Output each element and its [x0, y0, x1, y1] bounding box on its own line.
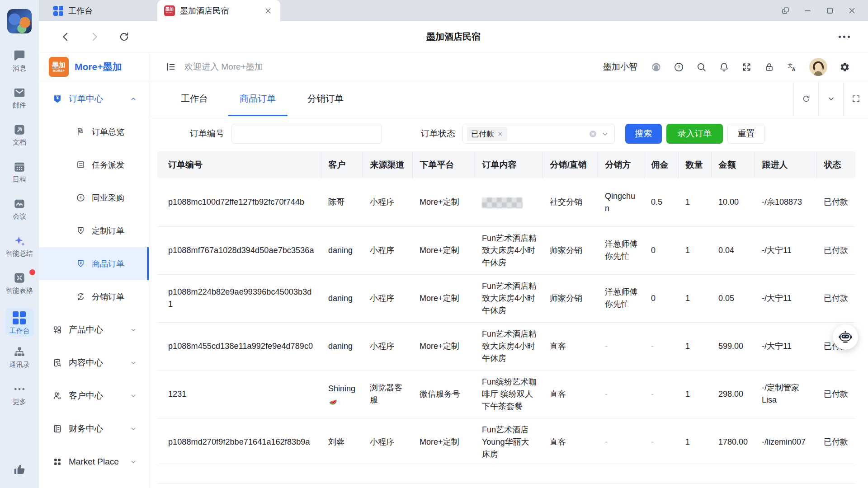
- assistant-avatar-icon[interactable]: [651, 62, 661, 72]
- order-no-input[interactable]: [231, 124, 382, 144]
- cell-distributor: -: [598, 370, 644, 418]
- cell-qty: 1: [678, 370, 711, 418]
- cell-customer: daning: [321, 226, 363, 274]
- cell-mode: 直客: [542, 322, 598, 370]
- sidebar-item-product-orders[interactable]: ¥ 商品订单: [39, 247, 149, 280]
- lock-icon[interactable]: [764, 62, 774, 72]
- rail-item-more[interactable]: 更多: [13, 382, 26, 405]
- cell-mode: 直客: [542, 370, 598, 418]
- avatar-image: [809, 58, 827, 76]
- cell-platform: More+定制: [412, 178, 475, 226]
- table-row-partial: [157, 466, 855, 483]
- rail-item-contacts[interactable]: 通讯录: [9, 345, 30, 368]
- sidebar-item-customer-center[interactable]: 客户中心: [39, 379, 149, 412]
- sidebar-item-custom-orders[interactable]: ¥ 定制订单: [39, 214, 149, 247]
- logo-subtext: MORE+: [53, 69, 65, 72]
- sidebar-item-content-center[interactable]: 内容中心: [39, 346, 149, 379]
- cell-amount: 1780.00: [711, 418, 755, 466]
- table-row[interactable]: p1088md270f9f2bbe71641a162f83b9a 刘蓉 小程序 …: [157, 418, 855, 466]
- close-window-icon[interactable]: [848, 6, 856, 15]
- cell-platform: More+定制: [412, 418, 475, 466]
- sidebar-item-order-overview[interactable]: 订单总览: [39, 115, 149, 148]
- sidebar-item-market-place[interactable]: Market Place: [39, 445, 149, 478]
- table-row[interactable]: p1088mf767a1028d394d50ae7bc3536a daning …: [157, 226, 855, 274]
- rail-item-smart-table[interactable]: 智能表格: [6, 271, 33, 294]
- sidebar-item-label: 任务派发: [92, 160, 124, 170]
- user-avatar[interactable]: [7, 9, 32, 33]
- table-row[interactable]: p1088m224b82e9ae99396bc45003b3d1 daning …: [157, 274, 855, 322]
- remove-tag-icon[interactable]: [497, 131, 503, 137]
- create-order-button[interactable]: 录入订单: [666, 124, 723, 144]
- brand-logo: 墨加 MORE+: [49, 57, 69, 77]
- user-profile-avatar[interactable]: [809, 58, 827, 76]
- assistant-name[interactable]: 墨加小智: [603, 61, 637, 73]
- refresh-icon[interactable]: [118, 31, 130, 42]
- window-tab-label: 工作台: [68, 5, 149, 16]
- window-tab-app[interactable]: 墨加 MORE+ 墨加酒店民宿: [157, 0, 280, 21]
- close-icon[interactable]: [264, 7, 272, 15]
- chevron-down-icon: [130, 392, 137, 399]
- maximize-icon[interactable]: [826, 6, 834, 15]
- rail-label: 会议: [13, 213, 26, 220]
- cell-channel: 小程序: [363, 274, 412, 322]
- collapse-tabs-button[interactable]: [818, 81, 843, 116]
- help-icon[interactable]: ?: [674, 62, 684, 72]
- popout-icon[interactable]: [781, 6, 790, 15]
- rail-item-meeting[interactable]: 会议: [13, 197, 26, 220]
- cell-content: Fun艺术酒店精致大床房4小时午休房: [475, 226, 542, 274]
- cell-distributor: -: [598, 322, 644, 370]
- collapse-sidebar-icon[interactable]: [165, 61, 176, 72]
- search-icon[interactable]: [696, 62, 707, 72]
- order-status-select[interactable]: 已付款: [462, 124, 615, 144]
- sidebar-item-finance-center[interactable]: 财务中心: [39, 412, 149, 445]
- rail-item-mail[interactable]: 邮件: [13, 86, 26, 108]
- translate-icon[interactable]: 文A: [787, 62, 797, 72]
- back-icon[interactable]: [60, 31, 71, 42]
- search-button[interactable]: 搜索: [625, 124, 662, 144]
- svg-text:¥: ¥: [80, 295, 82, 299]
- cell-follower: -/大宁11: [755, 274, 816, 322]
- settings-gear-icon[interactable]: [840, 62, 850, 72]
- fullscreen-icon[interactable]: [741, 62, 752, 72]
- clear-select-icon[interactable]: [589, 130, 597, 138]
- cell-mode: 社交分销: [542, 178, 598, 226]
- sidebar-item-b2b-purchase[interactable]: £ 同业采购: [39, 181, 149, 214]
- svg-text:?: ?: [677, 64, 680, 70]
- reload-tab-button[interactable]: [793, 81, 818, 116]
- reset-button[interactable]: 重置: [727, 124, 765, 144]
- tab-distribution-orders[interactable]: 分销订单: [292, 81, 359, 116]
- order-status-label: 订单状态: [421, 128, 455, 140]
- forward-icon[interactable]: [89, 31, 100, 42]
- customer-center-icon: [52, 391, 62, 401]
- rail-item-workbench[interactable]: 工作台: [5, 308, 34, 337]
- ai-assistant-fab[interactable]: [833, 324, 858, 350]
- table-row[interactable]: p1088mc100d72ffe127fb92fc70f744b 陈哥 小程序 …: [157, 178, 855, 226]
- notification-bell-icon[interactable]: [719, 62, 729, 72]
- sidebar-item-product-center[interactable]: 产品中心: [39, 313, 149, 346]
- window-tab-workbench[interactable]: 工作台: [39, 0, 157, 21]
- svg-text:A: A: [792, 66, 796, 71]
- tab-product-orders[interactable]: 商品订单: [224, 81, 291, 116]
- sidebar-item-task-dispatch[interactable]: 任务派发: [39, 148, 149, 181]
- rail-item-docs[interactable]: 文档: [13, 123, 26, 145]
- sidebar-item-distribution-orders[interactable]: ¥ 分销订单: [39, 280, 149, 313]
- rail-item-schedule[interactable]: 日程: [13, 160, 26, 183]
- expand-view-button[interactable]: [843, 81, 868, 116]
- table-header-row: 订单编号 客户 来源渠道 下单平台 订单内容 分销/直销 分销方 佣金 数量 金…: [157, 151, 855, 178]
- table-row[interactable]: p1088m455cd138e11a992fe9e4d789c0 daning …: [157, 322, 855, 370]
- minimize-icon[interactable]: [803, 6, 812, 15]
- sidebar-item-order-center[interactable]: ¥ 订单中心: [39, 82, 149, 115]
- more-options-icon[interactable]: [839, 36, 850, 38]
- rail-item-ai-summary[interactable]: 智能总结: [6, 234, 33, 257]
- cell-platform: 微信服务号: [412, 370, 475, 418]
- window-controls: [781, 0, 868, 21]
- chevron-down-icon: [826, 94, 836, 103]
- tab-workbench[interactable]: 工作台: [165, 81, 223, 116]
- cell-content: Fun艺术酒店精致大床房4小时午休房: [475, 274, 542, 322]
- cell-mode: 直客: [542, 418, 598, 466]
- thumbs-up-button[interactable]: [13, 463, 26, 478]
- table-row[interactable]: 1231 Shining 浏览器客服 微信服务号 Fun缤纷艺术咖啡厅 缤纷双人…: [157, 370, 855, 418]
- rail-item-messages[interactable]: 消息: [13, 49, 26, 71]
- chat-bubble-icon: [13, 49, 26, 62]
- col-header: 数量: [678, 151, 711, 178]
